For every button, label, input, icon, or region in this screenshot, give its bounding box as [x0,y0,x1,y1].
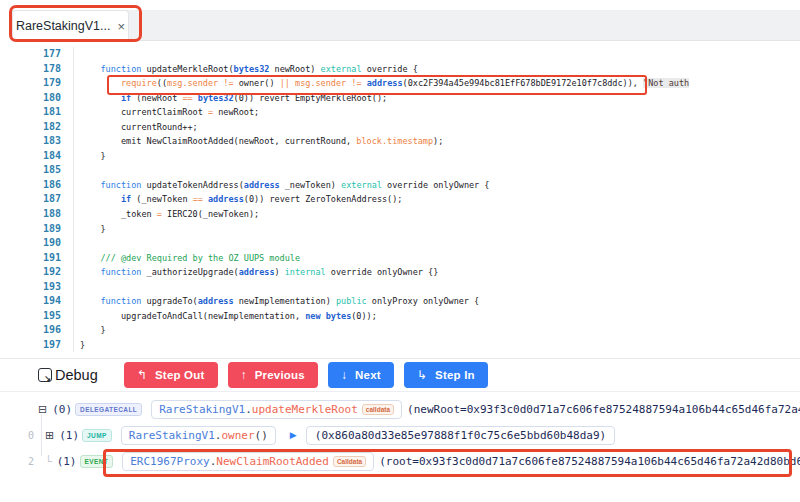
line-number: 180 [0,91,74,106]
line-number: 179 [0,76,74,91]
code-token: || [280,78,290,88]
code-token: updateTokenAddress( [141,180,243,190]
code-token: IERC20(_newToken); [162,209,259,219]
call-signature-box[interactable]: RareStakingV1.updateMerkleRootcalldata [151,400,402,419]
code-token: != [351,78,361,88]
step-in-button[interactable]: ↳ Step In [404,362,488,388]
code-token [80,194,121,204]
tab-label: RareStakingV1... [16,19,111,33]
code-token: currentClaimRoot [80,107,208,117]
code-token: address [244,180,280,190]
code-line: 192 function _authorizeUpgrade(address) … [0,265,800,280]
code-token: _token [80,209,157,219]
line-number: 187 [0,192,74,207]
code-token: newRoot) [269,64,320,74]
code-token: == [193,194,203,204]
code-token: "Not auth [643,78,689,88]
code-text [74,236,80,251]
code-token: if [121,194,131,204]
opcode-badge: JUMP [82,429,112,442]
tree-connector-icon: └ [45,455,52,468]
code-token: override onlyOwner { [382,180,489,190]
code-token: address [198,296,234,306]
code-text: _token = IERC20(_newToken); [74,207,259,222]
expand-icon[interactable]: ⊞ [45,429,54,442]
separator: . [210,455,217,468]
code-token: ); [433,136,443,146]
code-token: if [121,93,131,103]
code-text: currentRound++; [74,120,198,135]
line-number: 177 [0,47,74,62]
line-number: 195 [0,309,74,324]
code-token [80,180,100,190]
code-line: 179 require((msg.sender != owner() || ms… [0,76,800,91]
code-line: 180 if (newRoot == bytes32(0)) revert Em… [0,91,800,106]
code-token: upgradeTo( [141,296,197,306]
line-number: 182 [0,120,74,135]
tab-bar: RareStakingV1... × [12,10,800,41]
debug-label: Debug [55,367,98,383]
code-text: upgradeToAndCall(newImplementation, new … [74,309,377,324]
line-number: 181 [0,105,74,120]
code-line: 196 } [0,323,800,338]
code-text: require((msg.sender != owner() || msg.se… [74,76,689,91]
code-editor[interactable]: 177178 function updateMerkleRoot(bytes32… [0,41,800,352]
arrow-down-icon: ↓ [341,368,347,382]
collapse-icon[interactable]: ⊟ [38,403,47,416]
code-token: updateMerkleRoot( [141,64,233,74]
code-token: } [80,224,106,234]
code-token: (newRoot [131,93,182,103]
code-token: } [80,325,106,335]
code-token [80,253,100,263]
code-line: 181 currentClaimRoot = newRoot; [0,105,800,120]
line-number: 196 [0,323,74,338]
code-token: function [100,64,141,74]
code-text: /// @dev Required by the OZ UUPS module [74,251,300,266]
code-token [80,64,100,74]
code-line: 182 currentRound++; [0,120,800,135]
call-signature-box[interactable]: RareStakingV1.owner() [121,426,276,445]
call-trace: ⊟(0)DELEGATECALLRareStakingV1.updateMerk… [0,392,800,474]
trace-tree-line [41,414,42,456]
code-token: owner() [234,78,280,88]
play-icon: ▶ [290,430,297,440]
call-arguments: (root=0x93f3c0d0d71a7c606fe87524887594a1… [379,455,800,468]
code-text: function _authorizeUpgrade(address) inte… [74,265,438,280]
code-line: 193 [0,280,800,295]
next-button[interactable]: ↓ Next [328,362,394,388]
code-token: newRoot; [213,107,259,117]
code-line: 194 function upgradeTo(address newImplem… [0,294,800,309]
function-name: owner [221,429,254,442]
code-line: 178 function updateMerkleRoot(bytes32 ne… [0,62,800,77]
debug-console-icon: ↘ [38,368,52,382]
step-out-button[interactable]: ↰ Step Out [124,362,218,388]
code-text: currentClaimRoot = newRoot; [74,105,259,120]
close-icon[interactable]: × [117,20,125,33]
code-line: 177 [0,47,800,62]
code-text: if (newRoot == bytes32(0)) revert EmptyM… [74,91,387,106]
trace-row: ⊟(0)DELEGATECALLRareStakingV1.updateMerk… [14,396,800,422]
call-depth-index: (1) [59,429,79,442]
opcode-badge: DELEGATECALL [75,403,142,416]
code-text [74,280,80,295]
code-token: == [182,93,192,103]
code-token: address [367,78,403,88]
code-token: address [239,267,275,277]
return-value-box: (0x860a80d33e85e97888f1f0c75c6e5bbd60b48… [306,426,615,445]
code-token: function [100,180,141,190]
tab-rarestakingv1[interactable]: RareStakingV1... × [12,10,129,41]
code-line: 184 } [0,149,800,164]
code-token: address [208,194,244,204]
code-token: internal [285,267,326,277]
code-token: } [80,151,106,161]
previous-button[interactable]: ↑ Previous [228,362,318,388]
code-token: (0)) revert ZeroTokenAddress(); [244,194,403,204]
line-number: 192 [0,265,74,280]
code-token: external [321,64,362,74]
trace-rows: ⊟(0)DELEGATECALLRareStakingV1.updateMerk… [14,396,800,474]
line-number: 197 [0,338,74,353]
call-signature-box[interactable]: ERC1967Proxy.NewClaimRootAddedCalldata [122,452,374,471]
code-token: function [100,296,141,306]
code-line: 187 if (_newToken == address(0)) revert … [0,192,800,207]
code-token: msg.sender [167,78,218,88]
